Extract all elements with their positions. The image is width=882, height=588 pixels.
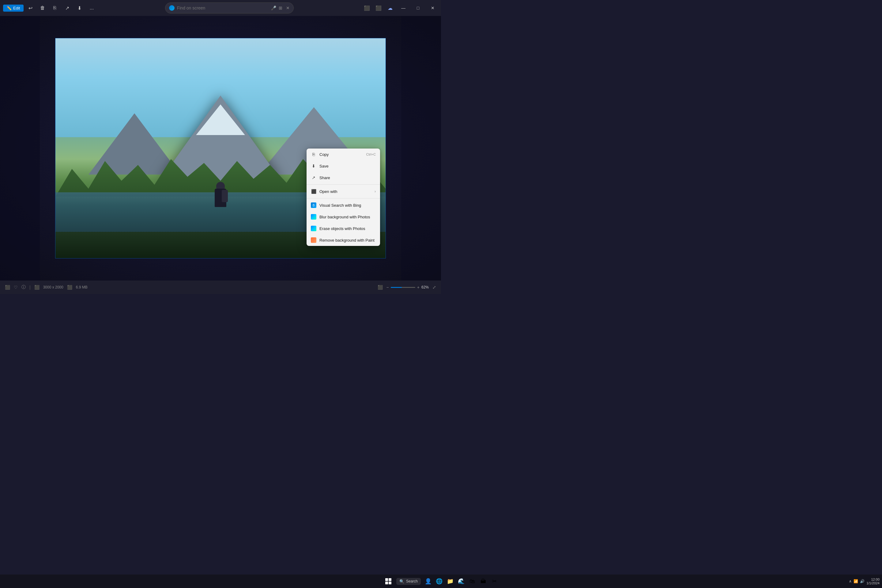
file-size: 6.9 MB [76, 285, 88, 290]
context-menu: ⎘ Copy Ctrl+C ⬇ Save ↗ Share ⬛ Open with… [306, 148, 380, 246]
context-menu-share[interactable]: ↗ Share [306, 172, 380, 183]
menu-separator-2 [306, 198, 380, 198]
main-content: ⎘ Copy Ctrl+C ⬇ Save ↗ Share ⬛ Open with… [0, 16, 441, 280]
context-menu-erase-objects[interactable]: Erase objects with Photos [306, 223, 380, 234]
filesize-icon: ⬛ [67, 285, 72, 290]
photos-blur-icon [311, 214, 316, 220]
maximize-button[interactable]: □ [411, 3, 425, 14]
open-with-label: Open with [320, 189, 372, 194]
titlebar-center: 🎤 ⊞ ✕ [97, 3, 362, 14]
titlebar-left: ✏️ Edit ↩ 🗑 ⎘ ↗ ⬇ ... [0, 3, 97, 14]
photos-erase-icon [311, 226, 316, 231]
dimension-icon: ⬛ [34, 285, 39, 290]
zoom-slider[interactable] [391, 287, 415, 288]
share-icon: ↗ [311, 175, 316, 180]
search-close-button[interactable]: ✕ [286, 6, 290, 10]
edit-button[interactable]: ✏️ Edit [3, 4, 24, 12]
zoom-level: 62% [422, 285, 429, 290]
save-icon: ⬇ [311, 163, 316, 169]
visual-search-label: Visual Search with Bing [320, 203, 376, 208]
statusbar: ⬛ ♡ ⓘ | ⬛ 3000 x 2000 ⬛ 6.9 MB ⬛ − + 62%… [0, 280, 441, 294]
titlebar-right: ⬛ ⬛ ☁ — □ ✕ [362, 3, 441, 14]
zoom-out-button[interactable]: − [387, 285, 389, 290]
context-menu-open-with[interactable]: ⬛ Open with › [306, 186, 380, 197]
color-filter-button[interactable]: ⬛ [362, 3, 372, 14]
search-input[interactable] [177, 6, 268, 10]
copy-shortcut: Ctrl+C [366, 153, 376, 156]
blur-bg-label: Blur background with Photos [320, 214, 376, 219]
status-divider-1: | [29, 285, 31, 290]
mountain-snow [196, 104, 245, 135]
context-menu-save[interactable]: ⬇ Save [306, 160, 380, 172]
delete-button[interactable]: 🗑 [37, 3, 48, 14]
close-button[interactable]: ✕ [426, 3, 440, 14]
info-icon: ⓘ [21, 285, 26, 290]
context-menu-visual-search[interactable]: B Visual Search with Bing [306, 200, 380, 211]
statusbar-left: ⬛ ♡ ⓘ | ⬛ 3000 x 2000 ⬛ 6.9 MB [5, 285, 378, 290]
zoom-control: − + 62% [387, 285, 429, 290]
person-backpack [222, 190, 228, 202]
image-dimensions: 3000 x 2000 [43, 285, 63, 290]
share-toolbar-button[interactable]: ↗ [62, 3, 73, 14]
share-label: Share [320, 176, 376, 180]
paint-icon [311, 237, 316, 243]
search-bar[interactable]: 🎤 ⊞ ✕ [165, 3, 294, 14]
copy-icon: ⎘ [311, 152, 316, 157]
save-label: Save [320, 164, 376, 168]
app-icon [169, 5, 175, 11]
apps-button[interactable]: ⬛ [373, 3, 384, 14]
fit-icon[interactable]: ⤢ [432, 285, 436, 290]
grid-icon[interactable]: ⊞ [279, 6, 282, 10]
submenu-arrow-icon: › [375, 189, 376, 194]
left-overlay [0, 16, 40, 280]
zoom-slider-fill [391, 287, 402, 288]
undo-button[interactable]: ↩ [25, 3, 36, 14]
edit-label: Edit [13, 6, 20, 10]
image-container: ⎘ Copy Ctrl+C ⬇ Save ↗ Share ⬛ Open with… [55, 38, 386, 258]
copy-toolbar-button[interactable]: ⎘ [49, 3, 60, 14]
more-toolbar-button[interactable]: ... [86, 3, 97, 14]
person-silhouette [212, 182, 230, 219]
save-toolbar-button[interactable]: ⬇ [74, 3, 85, 14]
statusbar-right: ⬛ − + 62% ⤢ [378, 285, 436, 290]
copy-label: Copy [320, 152, 363, 157]
view-icon[interactable]: ⬛ [378, 285, 383, 290]
erase-objects-label: Erase objects with Photos [320, 226, 376, 231]
collection-icon: ⬛ [5, 285, 10, 290]
bing-icon: B [311, 202, 316, 208]
titlebar: ✏️ Edit ↩ 🗑 ⎘ ↗ ⬇ ... 🎤 ⊞ ✕ ⬛ ⬛ ☁ — □ ✕ [0, 0, 441, 16]
context-menu-copy[interactable]: ⎘ Copy Ctrl+C [306, 148, 380, 160]
context-menu-blur-bg[interactable]: Blur background with Photos [306, 211, 380, 223]
zoom-in-button[interactable]: + [417, 285, 420, 290]
context-menu-remove-bg[interactable]: Remove background with Paint [306, 234, 380, 246]
right-overlay [401, 16, 441, 280]
minimize-button[interactable]: — [396, 3, 410, 14]
cloud-button[interactable]: ☁ [385, 3, 396, 14]
remove-bg-label: Remove background with Paint [320, 238, 376, 243]
favorite-icon: ♡ [14, 285, 18, 290]
mic-icon[interactable]: 🎤 [271, 6, 276, 10]
open-with-icon: ⬛ [311, 189, 316, 194]
